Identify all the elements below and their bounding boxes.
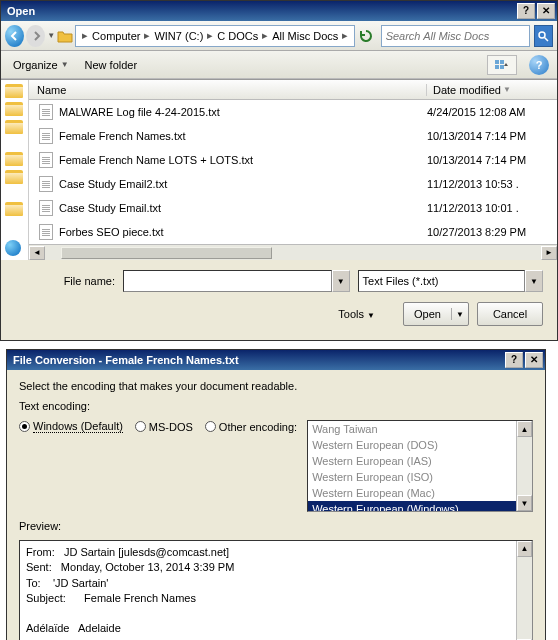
svg-point-0 xyxy=(539,32,545,38)
encoding-option[interactable]: Western European (Mac) xyxy=(308,485,532,501)
file-row[interactable]: MALWARE Log file 4-24-2015.txt4/24/2015 … xyxy=(29,100,557,124)
file-date: 11/12/2013 10:01 . xyxy=(427,202,557,214)
chevron-right-icon[interactable]: ▸ xyxy=(340,29,350,42)
encoding-option[interactable]: Western European (IAS) xyxy=(308,453,532,469)
view-options-button[interactable] xyxy=(487,55,517,75)
filename-dropdown[interactable]: ▼ xyxy=(332,270,350,292)
radio-other[interactable]: Other encoding: xyxy=(205,421,297,433)
scroll-right-arrow[interactable]: ► xyxy=(541,246,557,260)
chevron-down-icon: ▼ xyxy=(367,311,375,320)
filetype-select[interactable]: Text Files (*.txt) xyxy=(358,270,525,292)
new-folder-label: New folder xyxy=(85,59,138,71)
new-folder-button[interactable]: New folder xyxy=(81,57,142,73)
file-conversion-dialog: File Conversion - Female French Names.tx… xyxy=(6,349,546,640)
encoding-listbox[interactable]: Wang TaiwanWestern European (DOS)Western… xyxy=(307,420,533,512)
file-date: 10/13/2014 7:14 PM xyxy=(427,130,557,142)
back-button[interactable] xyxy=(5,25,24,47)
folder-icon[interactable] xyxy=(5,84,23,98)
open-bottom-panel: File name: ▼ Text Files (*.txt) ▼ Tools … xyxy=(1,260,557,340)
file-name: MALWARE Log file 4-24-2015.txt xyxy=(59,106,427,118)
file-row[interactable]: Case Study Email2.txt11/12/2013 10:53 . xyxy=(29,172,557,196)
preview-box: From: JD Sartain [julesds@comcast.net] S… xyxy=(19,540,533,640)
file-row[interactable]: Forbes SEO piece.txt10/27/2013 8:29 PM xyxy=(29,220,557,244)
encoding-option[interactable]: Western European (ISO) xyxy=(308,469,532,485)
search-box[interactable] xyxy=(381,25,530,47)
help-button[interactable]: ? xyxy=(517,3,535,19)
help-button[interactable]: ? xyxy=(505,352,523,368)
search-input[interactable] xyxy=(386,30,525,42)
scrollbar-thumb[interactable] xyxy=(61,247,272,259)
breadcrumb-drive[interactable]: WIN7 (C:) xyxy=(152,30,205,42)
file-name: Case Study Email2.txt xyxy=(59,178,427,190)
radio-windows[interactable]: Windows (Default) xyxy=(19,420,123,433)
file-date: 11/12/2013 10:53 . xyxy=(427,178,557,190)
vertical-scrollbar[interactable]: ▲ ▼ xyxy=(516,421,532,511)
forward-button[interactable] xyxy=(26,25,45,47)
conversion-titlebar[interactable]: File Conversion - Female French Names.tx… xyxy=(7,350,545,370)
text-file-icon xyxy=(39,176,53,192)
chevron-right-icon[interactable]: ▸ xyxy=(260,29,270,42)
file-row[interactable]: Female French Names.txt10/13/2014 7:14 P… xyxy=(29,124,557,148)
chevron-right-icon[interactable]: ▸ xyxy=(142,29,152,42)
radio-msdos[interactable]: MS-DOS xyxy=(135,421,193,433)
search-go-button[interactable] xyxy=(534,25,553,47)
vertical-scrollbar[interactable]: ▲▼ xyxy=(516,541,532,640)
filename-input[interactable] xyxy=(123,270,332,292)
close-button[interactable]: ✕ xyxy=(537,3,555,19)
svg-rect-5 xyxy=(500,65,504,69)
file-row[interactable]: Case Study Email.txt11/12/2013 10:01 . xyxy=(29,196,557,220)
radio-off-icon xyxy=(205,421,216,432)
history-dropdown-icon[interactable]: ▼ xyxy=(47,31,55,40)
folder-icon xyxy=(57,28,73,44)
folder-icon[interactable] xyxy=(5,152,23,166)
chevron-down-icon: ▼ xyxy=(452,310,468,319)
file-date: 10/27/2013 8:29 PM xyxy=(427,226,557,238)
filetype-dropdown[interactable]: ▼ xyxy=(525,270,543,292)
file-row[interactable]: Female French Name LOTS + LOTS.txt10/13/… xyxy=(29,148,557,172)
column-name[interactable]: Name xyxy=(29,84,427,96)
svg-rect-3 xyxy=(500,60,504,64)
file-browser: Name Date modified▼ MALWARE Log file 4-2… xyxy=(1,79,557,260)
folder-icon[interactable] xyxy=(5,202,23,216)
conversion-title: File Conversion - Female French Names.tx… xyxy=(13,354,503,366)
file-date: 4/24/2015 12:08 AM xyxy=(427,106,557,118)
chevron-right-icon[interactable]: ▸ xyxy=(80,29,90,42)
folder-icon[interactable] xyxy=(5,120,23,134)
column-date[interactable]: Date modified▼ xyxy=(427,84,557,96)
breadcrumb-misc[interactable]: All Misc Docs xyxy=(270,30,340,42)
breadcrumb-cdocs[interactable]: C DOCs xyxy=(215,30,260,42)
radio-off-icon xyxy=(135,421,146,432)
open-titlebar[interactable]: Open ? ✕ xyxy=(1,1,557,21)
folder-icon[interactable] xyxy=(5,170,23,184)
help-icon[interactable]: ? xyxy=(529,55,549,75)
scroll-up-arrow[interactable]: ▲ xyxy=(517,541,532,557)
cancel-button[interactable]: Cancel xyxy=(477,302,543,326)
folder-icon[interactable] xyxy=(5,102,23,116)
text-file-icon xyxy=(39,200,53,216)
refresh-button[interactable] xyxy=(357,26,374,46)
encoding-option[interactable]: Western European (DOS) xyxy=(308,437,532,453)
organize-menu[interactable]: Organize ▼ xyxy=(9,57,73,73)
filename-label: File name: xyxy=(15,275,115,287)
breadcrumb[interactable]: ▸ Computer ▸ WIN7 (C:) ▸ C DOCs ▸ All Mi… xyxy=(75,25,355,47)
encoding-option[interactable]: Western European (Windows) xyxy=(308,501,532,512)
scroll-left-arrow[interactable]: ◄ xyxy=(29,246,45,260)
encoding-row: Windows (Default) MS-DOS Other encoding:… xyxy=(19,420,533,512)
network-icon[interactable] xyxy=(5,240,21,256)
view-grid-icon xyxy=(495,60,509,70)
chevron-right-icon[interactable]: ▸ xyxy=(205,29,215,42)
horizontal-scrollbar[interactable]: ◄ ► xyxy=(29,244,557,260)
file-name: Case Study Email.txt xyxy=(59,202,427,214)
sort-desc-icon: ▼ xyxy=(503,85,511,94)
close-button[interactable]: ✕ xyxy=(525,352,543,368)
encoding-option[interactable]: Wang Taiwan xyxy=(308,421,532,437)
encoding-radio-group: Windows (Default) MS-DOS Other encoding: xyxy=(19,420,297,433)
column-headers: Name Date modified▼ xyxy=(29,80,557,100)
open-button[interactable]: Open ▼ xyxy=(403,302,469,326)
scroll-up-arrow[interactable]: ▲ xyxy=(517,421,532,437)
navigation-pane[interactable] xyxy=(1,80,29,260)
toolbar: Organize ▼ New folder ? xyxy=(1,51,557,79)
tools-menu[interactable]: Tools ▼ xyxy=(338,308,375,320)
scroll-down-arrow[interactable]: ▼ xyxy=(517,495,532,511)
breadcrumb-computer[interactable]: Computer xyxy=(90,30,142,42)
